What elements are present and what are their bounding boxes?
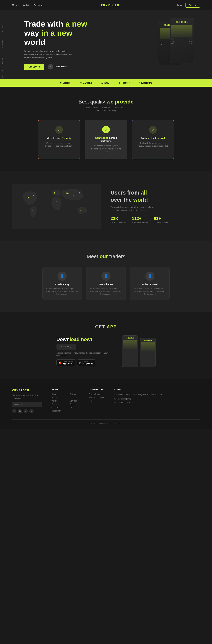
app-badges: 🍎 Download on the App Store ▶ Get it on … — [56, 360, 109, 366]
app-phone-balance-1: $940,510.01 — [123, 337, 137, 340]
google-play-icon: ▶ — [80, 361, 81, 364]
phone-icon: 📞 — [114, 398, 116, 400]
footer-phone: 📞 +91 9886910437 — [114, 398, 162, 400]
svg-point-6 — [73, 195, 74, 196]
twitter-icon[interactable]: tw — [29, 409, 34, 413]
get-started-button[interactable]: Get Started — [24, 64, 44, 70]
footer-top: CRYPTOIN Subscribe to our Newsletter & g… — [12, 388, 200, 413]
svg-point-9 — [32, 210, 33, 210]
svg-point-4 — [56, 201, 57, 202]
footer-testimonials[interactable]: Testimonials — [70, 406, 80, 409]
newsletter-input[interactable] — [12, 402, 42, 407]
ticker-bnb: ⬡ BNB — [101, 81, 109, 84]
trader-name-rohan: Rohan Prasad — [133, 283, 166, 286]
login-link[interactable]: Login — [177, 4, 182, 6]
trader-name-akaah: Akaah Shetty — [46, 283, 79, 286]
trade-icon: ↗ — [149, 126, 157, 134]
phone-chart-main — [171, 25, 193, 37]
footer-email: ✉ info@nikilasan.in — [114, 401, 162, 404]
footer-menu-market[interactable]: Market — [51, 396, 61, 399]
qr-code: Or scan the QR — [56, 344, 76, 350]
teather-icon: ◈ — [118, 81, 120, 84]
trader-rohan: 👤 Rohan Prasad He connected since 2019. … — [130, 267, 170, 300]
ticker-bitcoin: ₿ Bitcoin — [60, 81, 70, 84]
world-map — [12, 184, 102, 229]
navigation: Market Wallet Exchange CRYPTOIN Login Si… — [0, 0, 212, 10]
hero-title: Trade with a new way in a new world — [24, 20, 87, 46]
stat-trades-number: 22K — [110, 216, 126, 221]
footer-menu-community[interactable]: Community — [51, 410, 61, 412]
nav-market[interactable]: Market — [12, 4, 19, 6]
hero-description: We meet clients wherever they are on the… — [24, 50, 76, 59]
footer-terms[interactable]: Terms & conditions — [89, 396, 105, 399]
stat-projects-number: 112+ — [132, 216, 148, 221]
svg-point-2 — [33, 195, 34, 196]
app-phones: $940,510.01 $840,610.01 — [122, 335, 156, 367]
trader-akaah: 👤 Akaah Shetty He connected since 2019. … — [42, 267, 82, 300]
footer-contact-title: CONTACT — [114, 388, 162, 391]
footer-menu-title: MENU — [51, 388, 61, 391]
footer-privacy[interactable]: Privacy Policy — [89, 393, 105, 395]
quality-section: Best quality we provide Discover the val… — [0, 87, 212, 172]
trader-name-manoj: Manoj kumar — [90, 283, 122, 286]
footer-useful-title: USERFUL LINK — [89, 388, 105, 391]
footer-faq[interactable]: FAQ — [89, 400, 105, 402]
trader-desc-akaah: He connected since 2019. Starting on BTC… — [46, 288, 79, 296]
stat-trades: 22K Trades done per day — [110, 216, 126, 223]
app-section-title: GET APP — [12, 324, 200, 329]
youtube-icon[interactable]: yt — [24, 409, 28, 413]
stat-groups-number: 81+ — [154, 216, 168, 221]
trade-desc: Trade with the lowest fees in the indust… — [137, 142, 169, 148]
nav-exchange[interactable]: Exchange — [33, 4, 43, 6]
app-section: GET APP Download now! Or scan the QR Joi… — [0, 312, 212, 379]
how-it-works-button[interactable]: ▶ How it works › — [48, 64, 67, 70]
ticker-ethereum: ⬦ Ethereum — [139, 81, 152, 84]
traders-section: Meet our traders 👤 Akaah Shetty He conne… — [0, 241, 212, 312]
footer-getapp[interactable]: Get App — [70, 393, 80, 395]
quality-title: Best quality we provide — [12, 99, 200, 105]
features-grid: 🛡 Most trusted Security We use the most … — [12, 120, 200, 159]
world-map-svg — [12, 184, 102, 229]
nav-wallet[interactable]: Wallet — [23, 4, 29, 6]
footer-about[interactable]: About us — [70, 396, 80, 399]
footer-services[interactable]: Services — [70, 400, 80, 402]
instagram-icon[interactable]: in — [18, 409, 22, 413]
security-icon: 🛡 — [55, 126, 63, 134]
cardano-icon: ◎ — [80, 81, 82, 84]
svg-point-5 — [67, 193, 68, 194]
footer-logo: CRYPTOIN — [12, 388, 42, 392]
app-store-badge[interactable]: 🍎 Download on the App Store — [56, 360, 76, 366]
security-title: Most trusted Security — [43, 137, 75, 140]
facebook-icon[interactable]: f — [12, 409, 16, 413]
hero-content: Trade with a new way in a new world We m… — [24, 20, 87, 70]
trader-desc-manoj: He connected since 2019. Starting on BTC… — [90, 288, 122, 296]
footer-menu-project[interactable]: Our project — [51, 406, 61, 409]
footer-menu2-title — [70, 388, 80, 391]
footer-brand-desc: Subscribe to our Newsletter & get daily … — [12, 394, 42, 400]
trader-avatar-rohan: 👤 — [145, 272, 154, 281]
trade-title: Trade at the low cost — [137, 137, 169, 140]
world-title: Users from all over the world — [110, 189, 200, 204]
app-phone-chart-2 — [141, 342, 155, 351]
footer-menu-wallet[interactable]: Wallet — [51, 400, 61, 402]
traders-grid: 👤 Akaah Shetty He connected since 2019. … — [12, 267, 200, 300]
feature-connecting: ↗ Connecting across platforms We connect… — [85, 120, 127, 159]
footer-menu-exchange[interactable]: Exchange — [51, 403, 61, 405]
side-navigation: Resources Community Our project About Us — [1, 22, 3, 78]
signup-button[interactable]: Sign Up — [185, 3, 200, 8]
footer: CRYPTOIN Subscribe to our Newsletter & g… — [0, 379, 212, 429]
footer-useful: USERFUL LINK Privacy Policy Terms & cond… — [89, 388, 105, 413]
traders-title: Meet our traders — [12, 254, 200, 259]
footer-menu-home[interactable]: Home — [51, 393, 61, 395]
side-nav-about: About Us — [1, 70, 3, 78]
google-play-badge[interactable]: ▶ Get it on Google Play — [77, 360, 95, 366]
hero-section: Resources Community Our project About Us… — [0, 10, 212, 79]
side-nav-resources: Resources — [1, 22, 3, 32]
social-icons: f in yt tw — [12, 409, 42, 413]
footer-resources[interactable]: Resources — [70, 403, 80, 405]
app-phone-chart-1 — [123, 340, 137, 349]
stat-groups: 81+ On platform groups — [154, 216, 168, 223]
bitcoin-icon: ₿ — [60, 81, 61, 84]
svg-point-8 — [80, 210, 81, 210]
trader-avatar-akaah: 👤 — [58, 272, 67, 281]
